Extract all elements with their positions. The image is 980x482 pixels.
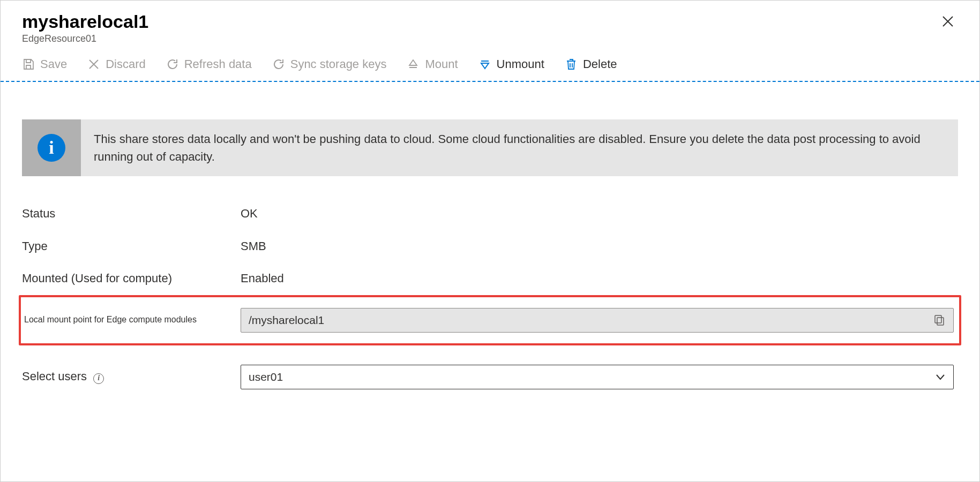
mountpoint-row: Local mount point for Edge compute modul… (19, 295, 961, 345)
copy-button[interactable] (934, 314, 946, 326)
mount-label: Mount (425, 57, 458, 71)
selectusers-value: user01 (249, 371, 935, 383)
type-row: Type SMB (22, 230, 958, 263)
mounted-label: Mounted (Used for compute) (22, 271, 241, 287)
selectusers-row: Select users i user01 (22, 356, 958, 398)
discard-button[interactable]: Discard (87, 57, 146, 71)
svg-rect-0 (937, 318, 944, 325)
unmount-label: Unmount (497, 57, 544, 71)
mountpoint-value: /mysharelocal1 (249, 314, 934, 327)
save-icon (22, 58, 35, 71)
type-label: Type (22, 239, 241, 254)
sync-icon (272, 58, 285, 71)
svg-rect-1 (935, 315, 941, 323)
save-label: Save (40, 57, 67, 71)
discard-label: Discard (106, 57, 146, 71)
sync-label: Sync storage keys (290, 57, 387, 71)
info-banner-text: This share stores data locally and won't… (81, 119, 958, 176)
delete-label: Delete (583, 57, 617, 71)
delete-button[interactable]: Delete (565, 57, 617, 71)
selectusers-label-wrap: Select users i (22, 369, 241, 385)
selectusers-dropdown[interactable]: user01 (241, 365, 954, 389)
mount-button[interactable]: Mount (407, 57, 458, 71)
selectusers-label: Select users (22, 370, 87, 383)
info-banner: i This share stores data locally and won… (22, 119, 958, 176)
mounted-row: Mounted (Used for compute) Enabled (22, 262, 958, 295)
delete-icon (565, 58, 578, 71)
refresh-icon (166, 58, 179, 71)
unmount-icon (478, 58, 491, 71)
toolbar: Save Discard Refresh data Sync storage k… (1, 50, 979, 82)
close-icon (942, 16, 954, 27)
copy-icon (934, 314, 945, 326)
info-inline-icon[interactable]: i (93, 373, 104, 384)
mounted-value: Enabled (241, 272, 958, 285)
discard-icon (87, 58, 100, 71)
mountpoint-field: /mysharelocal1 (241, 308, 954, 333)
status-label: Status (22, 206, 241, 222)
info-icon-wrap: i (22, 119, 81, 176)
page-title: mysharelocal1 (22, 11, 148, 32)
close-button[interactable] (938, 11, 958, 32)
status-value: OK (241, 207, 958, 221)
save-button[interactable]: Save (22, 57, 67, 71)
refresh-button[interactable]: Refresh data (166, 57, 252, 71)
status-row: Status OK (22, 198, 958, 230)
page-subtitle: EdgeResource01 (22, 33, 148, 44)
sync-button[interactable]: Sync storage keys (272, 57, 387, 71)
mountpoint-label: Local mount point for Edge compute modul… (22, 314, 241, 326)
info-icon: i (38, 134, 65, 162)
chevron-down-icon (935, 372, 946, 382)
type-value: SMB (241, 239, 958, 253)
unmount-button[interactable]: Unmount (478, 57, 544, 71)
refresh-label: Refresh data (184, 57, 252, 71)
mount-icon (407, 58, 420, 71)
